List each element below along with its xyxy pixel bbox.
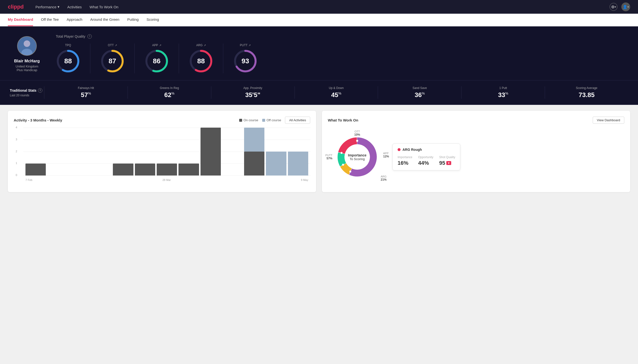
- x-axis-labels: 7 Feb 28 Mar 9 May: [26, 178, 308, 182]
- sub-nav: My Dashboard Off the Tee Approach Around…: [0, 14, 638, 26]
- bars-container: [26, 128, 308, 176]
- svg-point-1: [24, 40, 30, 47]
- score-putt-value: 93: [241, 57, 249, 65]
- score-tpq-value: 88: [64, 57, 72, 65]
- donut-center-line1: Importance: [348, 153, 366, 157]
- arg-metrics: Importance 16% Opportunity 44% Shot Qual…: [397, 156, 455, 166]
- player-name: Blair McHarg: [14, 59, 40, 64]
- arg-info-card: ARG Rough Importance 16% Opportunity 44%…: [392, 144, 460, 170]
- arg-shot-quality: Shot Quality 95 ▼: [439, 156, 455, 166]
- bar-group-1: [47, 128, 68, 176]
- bottom-section: Activity - 3 Months - Weekly On course O…: [0, 105, 638, 198]
- stat-scoring-average: Scoring Average 73.85: [545, 86, 628, 99]
- donut-center-line2: To Scoring: [348, 157, 366, 161]
- nav-performance[interactable]: Performance ▾: [36, 4, 60, 10]
- bar-on-course-0: [26, 164, 46, 176]
- view-dashboard-button[interactable]: View Dashboard: [593, 116, 624, 124]
- stat-sand-save: Sand Save 36%: [378, 86, 461, 99]
- off-course-dot: [262, 119, 265, 122]
- activity-card-header: Activity - 3 Months - Weekly On course O…: [14, 116, 310, 124]
- putt-arrow-icon: ↗: [249, 44, 251, 47]
- score-app: APP ↗ 86: [135, 44, 179, 73]
- bar-on-course-7: [178, 164, 199, 176]
- trad-stats-subtitle: Last 20 rounds: [10, 94, 44, 97]
- hero-section: Blair McHarg United Kingdom Plus Handica…: [0, 26, 638, 80]
- activity-legend: On course Off course All Activities: [239, 116, 310, 124]
- top-nav: clippd Performance ▾ Activities What To …: [0, 0, 638, 14]
- score-ott-label: OTT ↗: [108, 44, 117, 47]
- stat-app-proximity: App. Proximity 35'5": [211, 86, 295, 99]
- bar-group-9: [222, 128, 243, 176]
- score-app-label: APP ↗: [152, 44, 161, 47]
- traditional-stats: Traditional Stats ? Last 20 rounds Fairw…: [0, 80, 638, 105]
- sub-nav-scoring[interactable]: Scoring: [146, 14, 159, 26]
- user-avatar-button[interactable]: 👤 ▾: [621, 2, 630, 11]
- tpq-label: Total Player Quality ?: [56, 34, 628, 38]
- svg-point-19: [356, 140, 358, 142]
- activity-chart: 4 3 2 1 0 7 Feb 28 Mar 9 May: [14, 128, 310, 182]
- ott-arrow-icon: ↗: [115, 44, 117, 47]
- arg-card-title: ARG Rough: [397, 148, 455, 152]
- donut-label-putt: PUTT 57%: [325, 154, 332, 160]
- bar-on-course-8: [200, 128, 221, 176]
- activity-card-title: Activity - 3 Months - Weekly: [14, 118, 62, 122]
- stat-items: Fairways Hit 57% Greens In Reg 62% App. …: [44, 86, 628, 99]
- work-content: OTT 10% APP 12% ARG 21% PUTT 57% Importa…: [328, 128, 624, 186]
- bar-group-7: [178, 128, 199, 176]
- bar-on-course-4: [113, 164, 133, 176]
- add-button[interactable]: ⊕ ▾: [610, 3, 617, 11]
- on-course-dot: [239, 119, 242, 122]
- stat-up-and-down: Up & Down 45%: [295, 86, 378, 99]
- donut-center: Importance To Scoring: [348, 153, 366, 161]
- bar-group-4: [113, 128, 133, 176]
- sub-nav-around-the-green[interactable]: Around the Green: [90, 14, 119, 26]
- sub-nav-putting[interactable]: Putting: [127, 14, 139, 26]
- score-tpq: TPQ 88: [56, 44, 90, 73]
- nav-right: ⊕ ▾ 👤 ▾: [610, 2, 630, 11]
- nav-activities[interactable]: Activities: [67, 4, 82, 10]
- bar-off-course-10: [244, 128, 264, 152]
- score-ott-value: 87: [108, 57, 116, 65]
- score-putt-circle: 93: [233, 49, 258, 73]
- score-arg-value: 88: [197, 57, 205, 65]
- score-putt: PUTT ↗ 93: [223, 44, 267, 73]
- bar-on-course-5: [135, 164, 155, 176]
- work-card-title: What To Work On: [328, 118, 358, 122]
- work-card: What To Work On View Dashboard OTT 10% A…: [322, 111, 630, 192]
- bar-on-course-10: [244, 152, 264, 176]
- donut-label-arg: ARG 21%: [381, 175, 386, 182]
- stat-1-putt: 1 Putt 33%: [461, 86, 545, 99]
- legend-on-course: On course: [239, 118, 258, 122]
- donut-chart-wrap: OTT 10% APP 12% ARG 21% PUTT 57% Importa…: [328, 128, 386, 186]
- svg-point-18: [341, 152, 342, 154]
- donut-label-ott: OTT 10%: [354, 130, 360, 136]
- svg-point-16: [349, 171, 351, 172]
- score-circles: TPQ 88 OTT ↗: [56, 44, 628, 73]
- trad-stats-help-icon[interactable]: ?: [38, 88, 42, 93]
- work-card-header: What To Work On View Dashboard: [328, 116, 624, 124]
- bar-group-10: [244, 128, 264, 176]
- activity-card: Activity - 3 Months - Weekly On course O…: [8, 111, 316, 192]
- logo[interactable]: clippd: [8, 4, 24, 10]
- tpq-help-icon[interactable]: ?: [87, 34, 92, 38]
- stat-fairways-hit: Fairways Hit 57%: [44, 86, 128, 99]
- sub-nav-off-the-tee[interactable]: Off the Tee: [41, 14, 59, 26]
- svg-point-17: [342, 164, 344, 166]
- shot-quality-down-badge: ▼: [446, 161, 452, 165]
- score-tpq-label: TPQ: [65, 44, 71, 47]
- bar-group-0: [26, 128, 46, 176]
- score-arg: ARG ↗ 88: [179, 44, 223, 73]
- bar-group-12: [288, 128, 308, 176]
- score-app-circle: 86: [144, 49, 169, 73]
- sub-nav-my-dashboard[interactable]: My Dashboard: [8, 14, 33, 26]
- sub-nav-approach[interactable]: Approach: [67, 14, 82, 26]
- all-activities-button[interactable]: All Activities: [285, 116, 310, 124]
- nav-what-to-work-on[interactable]: What To Work On: [90, 4, 118, 10]
- arg-importance-value: 16%: [397, 160, 412, 166]
- score-ott: OTT ↗ 87: [90, 44, 135, 73]
- stat-greens-in-reg: Greens In Reg 62%: [128, 86, 211, 99]
- score-arg-circle: 88: [189, 49, 213, 73]
- score-tpq-circle: 88: [56, 49, 80, 73]
- arg-importance: Importance 16%: [397, 156, 412, 166]
- player-avatar: [17, 36, 37, 56]
